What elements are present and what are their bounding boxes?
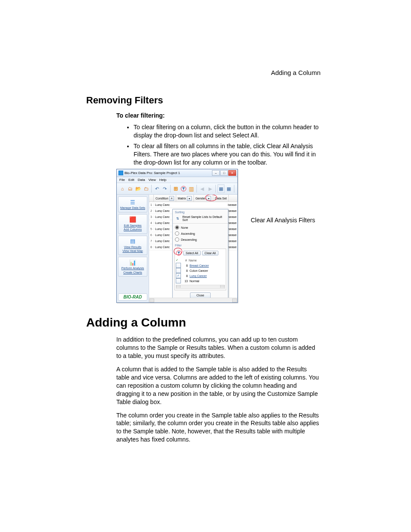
paragraph: The column order you create in the Sampl… [116,411,321,444]
folder-open-icon[interactable]: 📂 [135,184,142,193]
checkbox[interactable]: ✓ [176,273,181,278]
sidebar-link-viewheat[interactable]: View Heat Map [119,249,146,253]
running-head: Adding a Column [271,69,321,76]
popup-item-label: Descending [181,238,197,241]
documents-icon[interactable]: 🗂 [127,184,134,193]
paragraph: A column that is added to the Sample tab… [116,365,321,406]
popup-item-asc[interactable]: Ascending [173,230,228,236]
undo-icon[interactable]: ↶ [153,184,160,193]
cell: isease [227,215,237,218]
row-number: 8 [149,246,154,249]
cell: Lung Canc [154,240,174,243]
chart-icon[interactable]: ▦ [225,184,232,193]
cell: Lung Canc [154,221,174,224]
cell: isease [227,233,237,236]
popup-section-label: Sorting [173,209,228,215]
subhead-clear-filtering: To clear filtering: [116,112,321,119]
funnel-circled-icon[interactable] [180,184,187,193]
screenshot-bio-plex: Bio-Plex Data Pro: Sample Project 1 – □ … [116,169,238,303]
filter-count: 13 [183,280,188,283]
menu-view[interactable]: View [149,178,156,182]
menu-help[interactable]: Help [159,178,166,182]
sidebar-link-perform[interactable]: Perform Analysis [119,267,146,270]
cell: Lung Canc [154,246,174,249]
column-header-label: Condition [156,197,168,200]
sidebar-link-manage[interactable]: Manage Data Sets [119,206,146,210]
bullet-item: To clear all filters on all columns in t… [134,142,321,167]
home-icon[interactable]: ⌂ [119,184,126,193]
checkbox[interactable] [176,268,181,273]
dropdown-icon[interactable]: ⚹ [169,196,174,201]
row-number: 7 [149,240,154,243]
minimize-button[interactable]: – [212,170,220,176]
cell: Lung Canc [154,209,174,212]
cell: Lung Canc [154,227,174,230]
maximize-button[interactable]: □ [220,170,228,176]
row-number: 6 [149,233,154,236]
filter-col-num: # [182,259,187,262]
sidebar-card-manage: ☰ Manage Data Sets [118,196,147,212]
cell: isease [227,209,237,212]
dropdown-icon[interactable]: ▾ [187,196,192,201]
popup-item-label: Ascending [181,232,195,235]
column-header[interactable]: Matrix ▾ [176,195,194,202]
row-number: 2 [149,209,154,212]
sidebar-link-edit[interactable]: Edit Samples [119,224,146,227]
filter-count: 8 [183,264,188,267]
filter-name: Breast Cancer [190,264,225,267]
columns-icon[interactable]: ▥ [188,184,195,193]
sidebar-card-analysis: 📊 Perform Analysis Create Charts [118,257,147,277]
toolbar-separator [196,185,197,193]
sidebar-link-viewresults[interactable]: View Results [119,246,146,249]
heading-removing-filters: Removing Filters [86,95,321,106]
row-gutter-header [149,195,154,202]
filter-dropdown-popup: Sorting ⇅ Reset Sample Lists to Default … [172,209,228,298]
nav-fwd-icon[interactable]: ▶ [207,184,214,193]
clear-all-button[interactable]: Clear All [202,251,218,255]
column-header-label: Gender [196,197,206,200]
menu-edit[interactable]: Edit [128,178,134,182]
table-row: 1Lung Cancisease [149,202,237,208]
redo-icon[interactable]: ↷ [161,184,168,193]
checkbox[interactable] [176,278,181,283]
cell: Lung Canc [154,203,174,206]
bullet-item: To clear filtering on a column, click th… [134,123,321,140]
app-icon [118,171,123,175]
sidebar-link-charts[interactable]: Create Charts [119,271,146,274]
sidebar-link-addcols[interactable]: Add Columns [119,228,146,231]
filter-row[interactable]: ✓ 8 Lung Cancer [176,273,225,278]
heading-adding-column: Adding a Column [86,316,321,330]
radio-icon [175,237,179,242]
table-icon[interactable]: ▦ [218,184,224,193]
row-number: 3 [149,215,154,218]
menu-data[interactable]: Data [138,178,145,182]
horizontal-scrollbar[interactable] [176,285,225,289]
horizontal-scrollbar[interactable] [149,298,237,302]
toolbar-separator [170,185,171,193]
filter-row[interactable]: 8 Colon Cancer [176,268,225,273]
cell: isease [227,240,237,243]
results-icon: ▤ [119,237,146,245]
row-number: 1 [149,203,154,206]
menu-file[interactable]: File [119,178,125,182]
cell: isease [227,227,237,230]
nav-back-icon[interactable]: ◀ [199,184,206,193]
column-header[interactable]: Condition ⚹ [154,195,176,202]
toolbar-separator [151,185,152,193]
checkbox[interactable] [176,263,181,268]
filter-row[interactable]: 8 Breast Cancer [176,263,225,268]
callout-label: Clear All Analysis Filters [251,216,315,224]
table-header-row: Condition ⚹ Matrix ▾ Gender ▾ [149,195,237,202]
popup-item-reset[interactable]: ⇅ Reset Sample Lists to Default Sort [173,215,228,222]
cell: isease [227,246,237,249]
filter-row[interactable]: 13 Normal [176,278,225,283]
popup-item-none[interactable]: None [173,224,228,230]
filter-table-header: ✓ # Name [176,258,225,263]
popup-item-desc[interactable]: Descending [173,236,228,243]
grid-icon[interactable]: ⊞ [172,184,179,193]
filter-name: Normal [190,280,225,283]
import-icon[interactable]: 🗀 [143,184,149,193]
close-button[interactable]: ✕ [228,170,236,176]
row-number: 4 [149,221,154,224]
select-all-button[interactable]: Select All [183,251,201,255]
